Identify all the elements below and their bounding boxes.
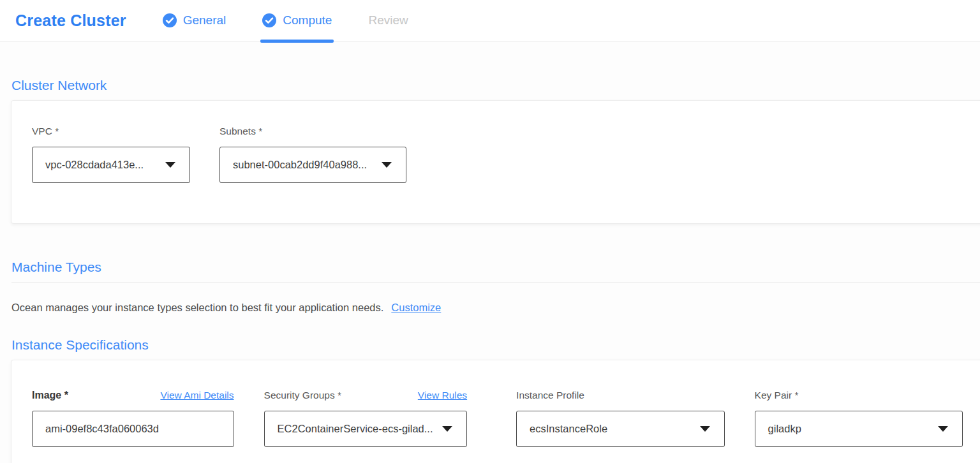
page-title: Create Cluster <box>15 11 126 30</box>
view-ami-details-link[interactable]: View Ami Details <box>160 390 234 401</box>
machine-types-description: Ocean manages your instance types select… <box>11 302 980 314</box>
vpc-select[interactable]: vpc-028cdada413e... <box>32 147 190 183</box>
image-label: Image * <box>32 390 68 401</box>
security-groups-selected-value: EC2ContainerService-ecs-gilad... <box>278 423 433 435</box>
machine-types-description-text: Ocean manages your instance types select… <box>11 302 383 313</box>
wizard-header: Create Cluster General Compute Review <box>0 0 980 41</box>
tab-label: Review <box>368 13 408 27</box>
security-groups-select[interactable]: EC2ContainerService-ecs-gilad... <box>264 411 468 447</box>
check-circle-icon <box>163 13 177 27</box>
tab-label: Compute <box>283 13 332 27</box>
customize-link[interactable]: Customize <box>391 302 441 313</box>
section-heading-instance-specifications: Instance Specifications <box>11 314 980 353</box>
vpc-field: VPC * vpc-028cdada413e... <box>32 126 190 183</box>
instance-profile-field: Instance Profile ecsInstanceRole <box>516 390 724 447</box>
security-groups-field: Security Groups * View Rules EC2Containe… <box>264 390 468 447</box>
instance-profile-label: Instance Profile <box>516 390 584 401</box>
instance-profile-select[interactable]: ecsInstanceRole <box>516 411 724 447</box>
cluster-network-card: VPC * vpc-028cdada413e... Subnets * subn… <box>11 100 980 224</box>
caret-down-icon <box>442 426 452 432</box>
caret-down-icon <box>165 162 175 168</box>
section-divider <box>11 282 980 283</box>
caret-down-icon <box>938 426 948 432</box>
subnets-label: Subnets * <box>219 126 406 137</box>
tab-label: General <box>183 13 226 27</box>
tab-general[interactable]: General <box>163 0 226 41</box>
tab-review: Review <box>368 0 408 41</box>
subnets-selected-value: subnet-00cab2dd9f40a988... <box>233 159 367 171</box>
key-pair-field: Key Pair * giladkp <box>755 390 963 447</box>
key-pair-label: Key Pair * <box>755 390 799 401</box>
key-pair-select[interactable]: giladkp <box>755 411 963 447</box>
caret-down-icon <box>382 162 392 168</box>
view-rules-link[interactable]: View Rules <box>418 390 467 401</box>
check-circle-icon <box>262 13 276 27</box>
vpc-label: VPC * <box>32 126 190 137</box>
key-pair-selected-value: giladkp <box>768 423 801 435</box>
image-input[interactable] <box>32 411 234 447</box>
section-heading-cluster-network: Cluster Network <box>11 41 980 93</box>
tab-compute[interactable]: Compute <box>262 0 332 41</box>
subnets-field: Subnets * subnet-00cab2dd9f40a988... <box>219 126 406 183</box>
instance-specifications-card: Image * View Ami Details Security Groups… <box>11 360 980 463</box>
section-heading-machine-types: Machine Types <box>11 224 980 275</box>
caret-down-icon <box>700 426 710 432</box>
image-field: Image * View Ami Details <box>32 390 234 447</box>
subnets-select[interactable]: subnet-00cab2dd9f40a988... <box>219 147 406 183</box>
security-groups-label: Security Groups * <box>264 390 341 401</box>
instance-profile-selected-value: ecsInstanceRole <box>530 423 607 435</box>
wizard-tabs: General Compute Review <box>163 0 445 41</box>
vpc-selected-value: vpc-028cdada413e... <box>45 159 144 171</box>
